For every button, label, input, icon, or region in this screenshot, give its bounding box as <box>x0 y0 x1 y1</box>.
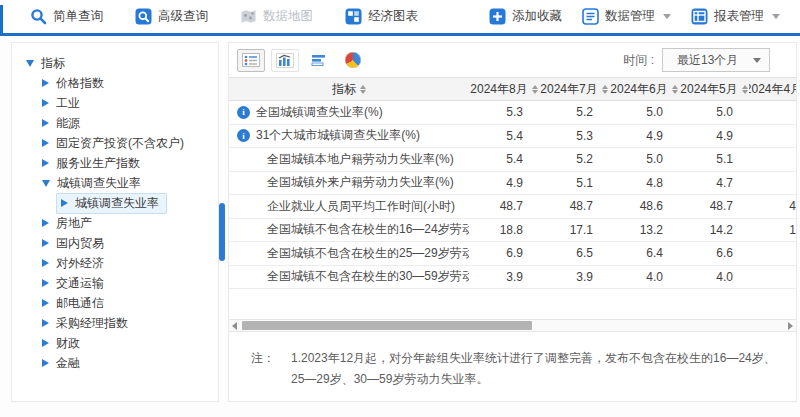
column-header-month-clipped[interactable]: 2024年4月 <box>749 81 797 98</box>
tree-node-label: 指标 <box>41 55 65 72</box>
tree-node-expanded[interactable]: 城镇调查失业率 <box>12 173 218 193</box>
column-header-month[interactable]: 2024年6月 <box>609 81 679 98</box>
horizontal-scrollbar-thumb[interactable] <box>242 321 532 330</box>
time-range-select[interactable]: 最近13个月 <box>662 48 770 72</box>
table-row[interactable]: 全国城镇不包含在校生的30—59岁劳动力失业率(%) 3.9 3.9 4.0 4… <box>229 266 796 290</box>
time-filter-label: 时间 : <box>623 52 654 69</box>
scroll-left-arrow[interactable] <box>229 320 240 331</box>
tree-node[interactable]: 对外经济 <box>12 253 218 273</box>
tree-node[interactable]: 财政 <box>12 333 218 353</box>
indicator-cell: 企业就业人员周平均工作时间(小时) <box>229 198 469 215</box>
top-navbar: 简单查询 高级查询 数据地图 经济图表 添加收藏 数据管理 <box>0 0 800 33</box>
collapsed-arrow-icon <box>42 159 49 167</box>
nav-simple-query[interactable]: 简单查询 <box>30 8 103 25</box>
tree-node[interactable]: 房地产 <box>12 213 218 233</box>
table-row[interactable]: 全国城镇本地户籍劳动力失业率(%) 5.4 5.2 5.0 5.1 <box>229 148 796 172</box>
indicator-label: 企业就业人员周平均工作时间(小时) <box>267 198 455 215</box>
tree-node-label: 城镇调查失业率 <box>75 195 159 212</box>
value-cell: 5.0 <box>609 105 679 119</box>
sort-icon <box>360 85 366 94</box>
table-row[interactable]: 全国城镇调查失业率(%) 5.3 5.2 5.0 5.0 <box>229 101 796 125</box>
tree-node-label: 财政 <box>56 335 80 352</box>
column-chart-icon <box>276 53 294 68</box>
value-cell: 5.1 <box>679 152 749 166</box>
expanded-arrow-icon <box>42 180 50 187</box>
indicator-cell: 全国城镇不包含在校生的30—59岁劳动力失业率(%) <box>229 268 469 285</box>
table-row[interactable]: 企业就业人员周平均工作时间(小时) 48.7 48.7 48.6 48.7 4 <box>229 195 796 219</box>
horizontal-scrollbar[interactable] <box>229 319 796 332</box>
column-header-indicator[interactable]: 指标 <box>229 81 469 98</box>
nav-add-favorite[interactable]: 添加收藏 <box>489 8 562 25</box>
tree-node[interactable]: 工业 <box>12 93 218 113</box>
collapsed-arrow-icon <box>42 339 49 347</box>
nav-economic-charts[interactable]: 经济图表 <box>345 8 418 25</box>
scroll-right-arrow[interactable] <box>785 320 796 331</box>
column-header-month[interactable]: 2024年8月 <box>469 81 539 98</box>
left-edge-accent <box>0 5 3 33</box>
info-icon[interactable] <box>237 106 250 119</box>
value-cell: 1 <box>749 223 797 237</box>
advanced-search-icon <box>135 8 152 25</box>
tree-node[interactable]: 国内贸易 <box>12 233 218 253</box>
bar-chart-icon <box>310 53 328 67</box>
collapsed-arrow-icon <box>42 359 49 367</box>
indicator-cell: 全国城镇本地户籍劳动力失业率(%) <box>229 151 469 168</box>
indicator-tree: 指标 价格指数 工业 能源 固定资产投资(不含农户) 服务业生产指数 城镇调查失… <box>12 43 218 373</box>
tree-node-label: 服务业生产指数 <box>56 155 140 172</box>
indicator-label: 全国城镇不包含在校生的25—29岁劳动力失业率(%) <box>267 245 469 262</box>
indicator-sidebar: 指标 价格指数 工业 能源 固定资产投资(不含农户) 服务业生产指数 城镇调查失… <box>11 42 219 402</box>
value-cell: 5.2 <box>539 152 609 166</box>
column-chart-view-button[interactable] <box>271 49 299 72</box>
indicator-label: 全国城镇不包含在校生的30—59岁劳动力失业率(%) <box>267 268 469 285</box>
nav-data-management[interactable]: 数据管理 <box>582 8 671 25</box>
nav-item-label: 数据地图 <box>263 8 313 25</box>
value-cell: 3.9 <box>539 270 609 284</box>
value-cell: 4.8 <box>609 176 679 190</box>
table-row[interactable]: 全国城镇不包含在校生的16—24岁劳动力失业率(%) 18.8 17.1 13.… <box>229 219 796 243</box>
bar-chart-view-button[interactable] <box>305 49 333 72</box>
sidebar-scrollbar-thumb[interactable] <box>219 203 225 261</box>
indicator-cell: 全国城镇调查失业率(%) <box>229 104 469 121</box>
nav-right-group: 添加收藏 数据管理 报表管理 <box>489 8 788 25</box>
table-view-button[interactable] <box>237 49 265 72</box>
sort-icon <box>602 85 608 94</box>
column-header-month[interactable]: 2024年5月 <box>679 81 749 98</box>
tree-node[interactable]: 邮电通信 <box>12 293 218 313</box>
tree-node[interactable]: 固定资产投资(不含农户) <box>12 133 218 153</box>
pie-chart-view-button[interactable] <box>339 49 367 72</box>
indicator-label: 全国城镇外来户籍劳动力失业率(%) <box>267 174 454 191</box>
tree-node[interactable]: 交通运输 <box>12 273 218 293</box>
collapsed-arrow-icon <box>42 279 49 287</box>
nav-advanced-query[interactable]: 高级查询 <box>135 8 208 25</box>
table-row[interactable]: 全国城镇不包含在校生的25—29岁劳动力失业率(%) 6.9 6.5 6.4 6… <box>229 242 796 266</box>
nav-report-management[interactable]: 报表管理 <box>691 8 780 25</box>
value-cell: 48.7 <box>679 199 749 213</box>
table-header-row: 指标 2024年8月 2024年7月 2024年6月 2024年5月 2024年… <box>229 78 796 101</box>
tree-node[interactable]: 服务业生产指数 <box>12 153 218 173</box>
indicator-label: 全国城镇本地户籍劳动力失业率(%) <box>267 151 454 168</box>
tree-node-label: 国内贸易 <box>56 235 104 252</box>
tree-node-selected[interactable]: 城镇调查失业率 <box>12 193 218 213</box>
expanded-arrow-icon <box>26 60 34 67</box>
add-favorite-plus-icon <box>489 8 506 25</box>
tree-node[interactable]: 金融 <box>12 353 218 373</box>
tree-node-label: 能源 <box>56 115 80 132</box>
collapsed-arrow-icon <box>42 99 49 107</box>
tree-node[interactable]: 价格指数 <box>12 73 218 93</box>
value-cell: 5.1 <box>539 176 609 190</box>
nav-item-label: 报表管理 <box>714 8 764 25</box>
tree-node-root[interactable]: 指标 <box>12 53 218 73</box>
column-header-label: 指标 <box>332 81 356 98</box>
value-cell: 6.4 <box>609 246 679 260</box>
table-view-icon <box>242 53 260 67</box>
value-cell: 48.7 <box>469 199 539 213</box>
tree-node[interactable]: 采购经理指数 <box>12 313 218 333</box>
table-row[interactable]: 全国城镇外来户籍劳动力失业率(%) 4.9 5.1 4.8 4.7 <box>229 172 796 196</box>
column-header-month[interactable]: 2024年7月 <box>539 81 609 98</box>
tree-node[interactable]: 能源 <box>12 113 218 133</box>
nav-item-label: 数据管理 <box>605 8 655 25</box>
info-icon[interactable] <box>237 129 250 142</box>
table-row[interactable]: 31个大城市城镇调查失业率(%) 5.4 5.3 4.9 4.9 <box>229 125 796 149</box>
nav-data-map[interactable]: 数据地图 <box>240 8 313 25</box>
tree-node-label: 交通运输 <box>56 275 104 292</box>
